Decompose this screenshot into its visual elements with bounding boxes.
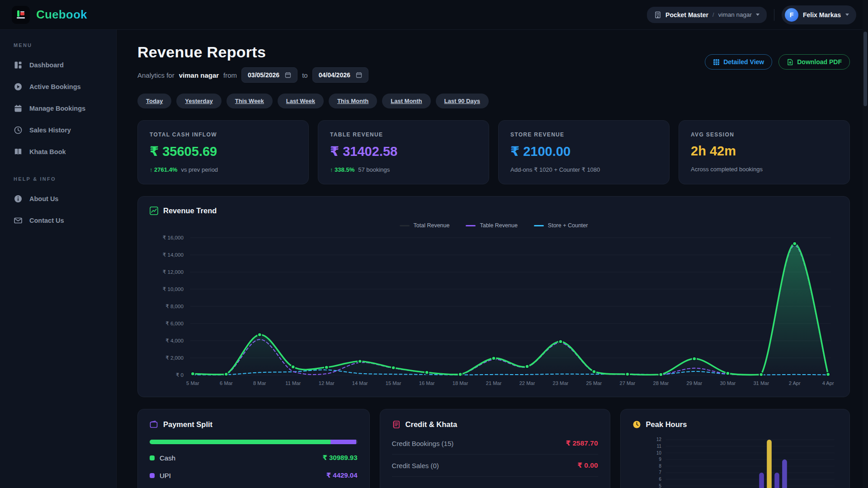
svg-text:12 Mar: 12 Mar [319, 380, 335, 386]
wallet-icon [150, 420, 158, 429]
user-name: Felix Markas [803, 11, 841, 19]
date-from-input[interactable]: 03/05/2026 [241, 67, 297, 83]
svg-text:₹ 10,000: ₹ 10,000 [163, 286, 184, 292]
sidebar-item-sales-history[interactable]: Sales History [0, 119, 116, 141]
stat-card-total-cash-inflow: TOTAL CASH INFLOW ₹ 35605.69 ↑ 2761.4% v… [137, 120, 309, 184]
sidebar-item-active-bookings[interactable]: Active Bookings [0, 76, 116, 98]
peak-hours-chart: 1211109876543210 [632, 435, 838, 488]
dashboard-icon [14, 61, 23, 70]
svg-text:31 Mar: 31 Mar [753, 380, 769, 386]
detailed-view-button[interactable]: Detailed View [705, 54, 772, 70]
quick-filters: Today Yesterday This Week Last Week This… [137, 94, 850, 108]
cuebook-logo-glyph [15, 9, 27, 21]
sidebar-item-label: Active Bookings [29, 83, 81, 90]
svg-text:8: 8 [659, 464, 661, 469]
stat-note: Across completed bookings [691, 166, 763, 173]
legend-item[interactable]: Total Revenue [400, 222, 450, 229]
stat-value: ₹ 2100.00 [510, 144, 657, 159]
stat-card-avg-session: AVG SESSION 2h 42m Across completed book… [679, 120, 850, 184]
top-bar: Cuebook Pocket Master / viman nagar F Fe… [0, 0, 868, 30]
stat-note: 57 bookings [358, 166, 390, 173]
svg-text:16 Mar: 16 Mar [419, 380, 435, 386]
filter-today[interactable]: Today [137, 94, 171, 108]
payment-label: Cash [160, 454, 175, 462]
scrollbar-thumb[interactable] [863, 32, 867, 106]
legend-item[interactable]: Store + Counter [534, 222, 588, 229]
main-content: Revenue Reports Analytics for viman naga… [117, 30, 868, 488]
calendar-icon [356, 72, 362, 78]
svg-text:27 Mar: 27 Mar [620, 380, 636, 386]
legend-swatch [466, 225, 476, 226]
club-switcher[interactable]: Pocket Master / viman nagar [647, 7, 767, 23]
filter-last-90-days[interactable]: Last 90 Days [436, 94, 489, 108]
scrollbar-track[interactable] [863, 0, 868, 488]
filter-this-week[interactable]: This Week [226, 94, 273, 108]
svg-text:₹ 4,000: ₹ 4,000 [165, 338, 184, 343]
svg-text:29 Mar: 29 Mar [686, 380, 702, 386]
card-title: Peak Hours [646, 420, 687, 429]
revenue-trend-chart: ₹ 0₹ 2,000₹ 4,000₹ 6,000₹ 8,000₹ 10,000₹… [150, 231, 838, 390]
legend-label: Total Revenue [414, 222, 450, 229]
card-title: Credit & Khata [406, 420, 458, 429]
credit-khata-card: Credit & Khata Credit Bookings (15) ₹ 25… [380, 409, 610, 488]
peak-hours-card: Peak Hours 1211109876543210 [620, 409, 850, 488]
sidebar-item-manage-bookings[interactable]: Manage Bookings [0, 98, 116, 119]
subtitle-club-name: viman nagar [179, 71, 219, 79]
sidebar-item-about-us[interactable]: About Us [0, 188, 116, 210]
svg-text:10: 10 [656, 450, 661, 455]
pdf-download-icon [787, 59, 793, 66]
credit-value: ₹ 2587.70 [566, 439, 598, 447]
credit-value: ₹ 0.00 [577, 461, 598, 469]
revenue-trend-card: Revenue Trend Total RevenueTable Revenue… [137, 196, 850, 397]
stat-card-table-revenue: TABLE REVENUE ₹ 31402.58 ↑ 338.5% 57 boo… [318, 120, 489, 184]
credit-row-sales: Credit Sales (0) ₹ 0.00 [392, 455, 598, 477]
svg-text:5 Mar: 5 Mar [186, 380, 199, 386]
detailed-view-label: Detailed View [723, 58, 764, 66]
legend-label: Table Revenue [480, 222, 517, 229]
svg-text:7: 7 [659, 470, 661, 475]
credit-label: Credit Bookings (15) [392, 440, 454, 447]
upi-segment [330, 440, 356, 444]
from-label: from [223, 71, 237, 79]
svg-text:9: 9 [659, 457, 661, 462]
svg-text:₹ 6,000: ₹ 6,000 [165, 321, 184, 326]
calendar-icon [285, 72, 291, 78]
sidebar-item-contact-us[interactable]: Contact Us [0, 210, 116, 231]
download-pdf-button[interactable]: Download PDF [778, 54, 850, 70]
legend-label: Store + Counter [548, 222, 588, 229]
user-menu[interactable]: F Felix Markas [782, 5, 856, 24]
svg-text:28 Mar: 28 Mar [653, 380, 669, 386]
sidebar-item-khata-book[interactable]: Khata Book [0, 141, 116, 163]
filter-last-week[interactable]: Last Week [278, 94, 324, 108]
clock-icon [632, 420, 641, 429]
svg-text:30 Mar: 30 Mar [720, 380, 736, 386]
legend-item[interactable]: Table Revenue [466, 222, 517, 229]
svg-text:18 Mar: 18 Mar [453, 380, 468, 386]
svg-text:6 Mar: 6 Mar [220, 380, 233, 386]
filter-yesterday[interactable]: Yesterday [176, 94, 221, 108]
card-title: Payment Split [163, 420, 212, 429]
legend-swatch [534, 225, 544, 226]
svg-text:12: 12 [656, 437, 661, 442]
filter-this-month[interactable]: This Month [329, 94, 377, 108]
svg-text:14 Mar: 14 Mar [352, 380, 368, 386]
filter-last-month[interactable]: Last Month [382, 94, 430, 108]
credit-row-bookings: Credit Bookings (15) ₹ 2587.70 [392, 432, 598, 455]
stat-value: ₹ 35605.69 [150, 144, 297, 159]
chart-legend: Total RevenueTable RevenueStore + Counte… [150, 222, 838, 229]
to-label: to [302, 71, 308, 79]
svg-text:₹ 8,000: ₹ 8,000 [165, 304, 184, 309]
cash-dot [150, 455, 155, 460]
date-to-value: 04/04/2026 [319, 71, 350, 79]
sidebar-item-label: Dashboard [29, 61, 64, 69]
payment-value: ₹ 4429.04 [326, 471, 358, 479]
table-grid-icon [713, 59, 720, 66]
club-name: Pocket Master [665, 11, 708, 19]
sidebar-item-dashboard[interactable]: Dashboard [0, 54, 116, 76]
chevron-down-icon [756, 14, 760, 16]
brand-name: Cuebook [36, 8, 87, 22]
date-to-input[interactable]: 04/04/2026 [312, 67, 368, 83]
svg-text:15 Mar: 15 Mar [386, 380, 401, 386]
payment-row-upi: UPI ₹ 4429.04 [150, 471, 358, 479]
avatar: F [785, 8, 798, 22]
